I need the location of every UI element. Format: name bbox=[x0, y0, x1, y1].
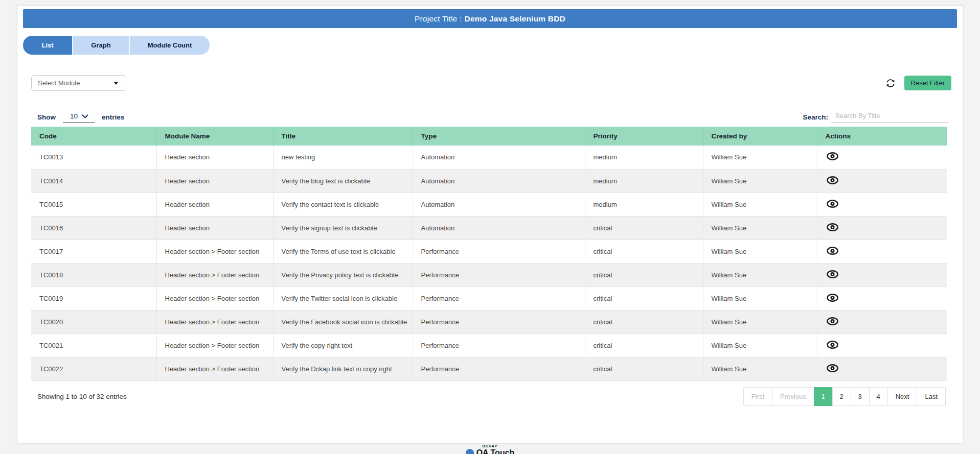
branding-footer: DCKAP QA Touch bbox=[0, 444, 980, 454]
module-select[interactable]: Select Module bbox=[31, 75, 126, 91]
tab-module-count-label: Module Count bbox=[148, 41, 192, 49]
cell-title: Verify the Terms of use text is clickabl… bbox=[273, 240, 413, 263]
tab-list-label: List bbox=[41, 41, 53, 49]
cell-type: Performance bbox=[413, 286, 585, 310]
search-input[interactable] bbox=[831, 110, 948, 123]
page-button-2[interactable]: 2 bbox=[832, 387, 851, 406]
cell-actions bbox=[817, 333, 947, 357]
cell-code: TC0014 bbox=[31, 169, 156, 193]
refresh-icon[interactable] bbox=[886, 78, 896, 88]
brand-product: QA Touch bbox=[476, 448, 515, 454]
view-testcase-eye-icon[interactable] bbox=[827, 200, 838, 208]
table-row: TC0013Header sectionnew testingAutomatio… bbox=[31, 146, 947, 169]
cell-actions bbox=[817, 169, 947, 193]
page-button-next[interactable]: Next bbox=[887, 387, 918, 406]
search-label: Search: bbox=[803, 113, 828, 123]
cell-actions bbox=[817, 193, 947, 216]
cell-code: TC0020 bbox=[31, 310, 156, 333]
cell-created_by: William Sue bbox=[703, 216, 817, 240]
view-testcase-eye-icon[interactable] bbox=[827, 270, 838, 278]
table-body: TC0013Header sectionnew testingAutomatio… bbox=[31, 146, 947, 380]
page-button-4[interactable]: 4 bbox=[869, 387, 888, 406]
cell-actions bbox=[817, 357, 947, 380]
showing-entries-text: Showing 1 to 10 of 32 entries bbox=[31, 393, 127, 400]
tab-module-count[interactable]: Module Count bbox=[130, 36, 210, 55]
cell-module: Header section > Footer section bbox=[156, 357, 273, 380]
brand-logo-icon bbox=[466, 449, 474, 454]
view-testcase-eye-icon[interactable] bbox=[827, 152, 838, 160]
page-button-3[interactable]: 3 bbox=[851, 387, 870, 406]
page-button-first: First bbox=[743, 387, 772, 406]
cell-priority: critical bbox=[585, 286, 703, 310]
brand-company: DCKAP bbox=[483, 444, 498, 448]
cell-priority: medium bbox=[585, 169, 703, 193]
cell-created_by: William Sue bbox=[703, 333, 817, 357]
cell-type: Performance bbox=[413, 310, 585, 333]
table-row: TC0018Header section > Footer sectionVer… bbox=[31, 263, 947, 286]
cell-created_by: William Sue bbox=[703, 146, 817, 169]
reset-filter-button[interactable]: Reset Filter bbox=[904, 76, 951, 90]
cell-code: TC0021 bbox=[31, 333, 156, 357]
cell-code: TC0013 bbox=[31, 146, 156, 169]
cell-actions bbox=[817, 216, 947, 240]
cell-actions bbox=[817, 286, 947, 310]
cell-priority: critical bbox=[585, 240, 703, 263]
cell-title: Verify the contact text is clickable bbox=[273, 193, 413, 216]
cell-actions bbox=[817, 240, 947, 263]
cell-module: Header section bbox=[156, 216, 273, 240]
page-button-previous: Previous bbox=[772, 387, 814, 406]
cell-type: Automation bbox=[413, 146, 585, 169]
page-size-select[interactable]: 10 bbox=[63, 112, 95, 123]
pagination: FirstPrevious1234NextLast bbox=[744, 387, 946, 406]
project-title-bar: Project Title : Demo Java Selenium BDD bbox=[23, 9, 957, 28]
tab-graph[interactable]: Graph bbox=[73, 36, 130, 55]
cell-code: TC0022 bbox=[31, 357, 156, 380]
page-button-last[interactable]: Last bbox=[917, 387, 946, 406]
cell-module: Header section bbox=[156, 193, 273, 216]
testcase-table: CodeModule NameTitleTypePriorityCreated … bbox=[31, 127, 947, 381]
tab-list[interactable]: List bbox=[23, 36, 73, 55]
cell-type: Automation bbox=[413, 169, 585, 193]
cell-title: Verify the Twitter social icon is clicka… bbox=[273, 286, 413, 310]
project-title-prefix: Project Title : bbox=[415, 14, 462, 23]
cell-module: Header section bbox=[156, 169, 273, 193]
column-header-title: Title bbox=[273, 127, 413, 146]
view-testcase-eye-icon[interactable] bbox=[827, 176, 838, 184]
cell-title: Verify the copy right text bbox=[273, 333, 413, 357]
view-testcase-eye-icon[interactable] bbox=[827, 294, 838, 302]
cell-created_by: William Sue bbox=[703, 263, 817, 286]
table-row: TC0019Header section > Footer sectionVer… bbox=[31, 286, 947, 310]
cell-priority: medium bbox=[585, 193, 703, 216]
chevron-down-icon bbox=[82, 112, 88, 118]
cell-created_by: William Sue bbox=[703, 240, 817, 263]
main-panel: Project Title : Demo Java Selenium BDD L… bbox=[17, 5, 963, 443]
cell-module: Header section > Footer section bbox=[156, 286, 273, 310]
column-header-type: Type bbox=[413, 127, 585, 146]
cell-type: Automation bbox=[413, 193, 585, 216]
view-testcase-eye-icon[interactable] bbox=[827, 247, 838, 255]
cell-created_by: William Sue bbox=[703, 286, 817, 310]
view-testcase-eye-icon[interactable] bbox=[827, 317, 838, 325]
module-select-value: Select Module bbox=[38, 79, 80, 87]
cell-created_by: William Sue bbox=[703, 310, 817, 333]
cell-type: Automation bbox=[413, 216, 585, 240]
cell-type: Performance bbox=[413, 333, 585, 357]
view-testcase-eye-icon[interactable] bbox=[827, 364, 838, 372]
table-header-row: CodeModule NameTitleTypePriorityCreated … bbox=[31, 127, 947, 146]
cell-created_by: William Sue bbox=[703, 193, 817, 216]
page-button-1[interactable]: 1 bbox=[814, 387, 833, 406]
view-tabs: List Graph Module Count bbox=[23, 36, 963, 55]
view-testcase-eye-icon[interactable] bbox=[827, 223, 838, 231]
show-label: Show bbox=[37, 113, 56, 123]
cell-code: TC0018 bbox=[31, 263, 156, 286]
cell-code: TC0016 bbox=[31, 216, 156, 240]
view-testcase-eye-icon[interactable] bbox=[827, 341, 838, 349]
cell-type: Performance bbox=[413, 263, 585, 286]
cell-created_by: William Sue bbox=[703, 169, 817, 193]
cell-priority: critical bbox=[585, 357, 703, 380]
cell-type: Performance bbox=[413, 240, 585, 263]
cell-module: Header section > Footer section bbox=[156, 333, 273, 357]
project-title: Demo Java Selenium BDD bbox=[465, 14, 565, 23]
tab-graph-label: Graph bbox=[91, 41, 110, 49]
cell-code: TC0019 bbox=[31, 286, 156, 310]
